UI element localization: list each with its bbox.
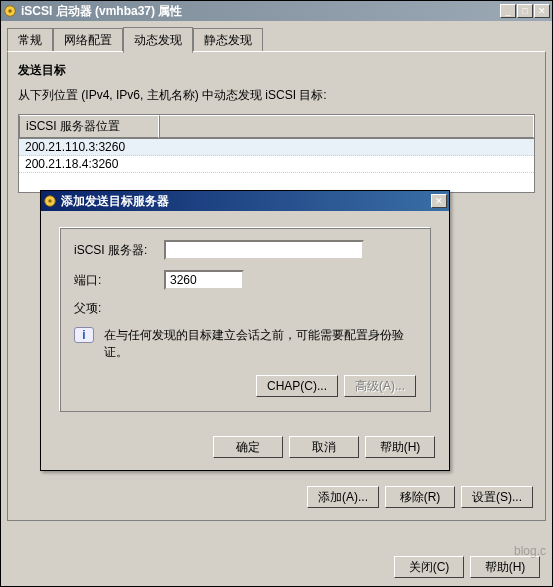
svg-point-1 [8, 9, 12, 13]
cancel-button[interactable]: 取消 [289, 436, 359, 458]
add-button[interactable]: 添加(A)... [307, 486, 379, 508]
main-titlebar: iSCSI 启动器 (vmhba37) 属性 _ □ ✕ [1, 1, 552, 21]
dialog-title: 添加发送目标服务器 [61, 193, 431, 210]
close-button[interactable]: ✕ [534, 4, 550, 18]
server-input[interactable] [164, 240, 364, 260]
col-server-location[interactable]: iSCSI 服务器位置 [19, 115, 159, 138]
maximize-button[interactable]: □ [517, 4, 533, 18]
tabbar: 常规 网络配置 动态发现 静态发现 [7, 28, 546, 52]
close-window-button[interactable]: 关闭(C) [394, 556, 464, 578]
server-list-header: iSCSI 服务器位置 [18, 114, 535, 139]
minimize-button[interactable]: _ [500, 4, 516, 18]
parent-label: 父项: [74, 300, 164, 317]
tab-dynamic-discovery[interactable]: 动态发现 [123, 27, 193, 53]
col-spacer [159, 115, 534, 138]
tab-general[interactable]: 常规 [7, 28, 53, 52]
ok-button[interactable]: 确定 [213, 436, 283, 458]
tab-network[interactable]: 网络配置 [53, 28, 123, 52]
help-button[interactable]: 帮助(H) [470, 556, 540, 578]
app-icon [43, 194, 57, 208]
section-heading: 发送目标 [18, 62, 535, 79]
settings-button[interactable]: 设置(S)... [461, 486, 533, 508]
port-label: 端口: [74, 272, 164, 289]
advanced-button[interactable]: 高级(A)... [344, 375, 416, 397]
list-item[interactable]: 200.21.18.4:3260 [19, 156, 534, 173]
add-target-dialog: 添加发送目标服务器 ✕ iSCSI 服务器: 端口: 父项: i 在与任何发现的… [40, 190, 450, 471]
chap-button[interactable]: CHAP(C)... [256, 375, 338, 397]
dialog-help-button[interactable]: 帮助(H) [365, 436, 435, 458]
info-icon: i [74, 327, 94, 343]
port-input[interactable] [164, 270, 244, 290]
remove-button[interactable]: 移除(R) [385, 486, 455, 508]
svg-point-3 [48, 199, 52, 203]
dialog-close-icon[interactable]: ✕ [431, 194, 447, 208]
section-hint: 从下列位置 (IPv4, IPv6, 主机名称) 中动态发现 iSCSI 目标: [18, 87, 535, 104]
form-group: iSCSI 服务器: 端口: 父项: i 在与任何发现的目标建立会话之前，可能需… [59, 227, 431, 412]
info-text: 在与任何发现的目标建立会话之前，可能需要配置身份验证。 [104, 327, 416, 361]
server-list[interactable]: 200.21.110.3:3260 200.21.18.4:3260 [18, 139, 535, 193]
dialog-titlebar: 添加发送目标服务器 ✕ [41, 191, 449, 211]
list-item[interactable]: 200.21.110.3:3260 [19, 139, 534, 156]
tab-static-discovery[interactable]: 静态发现 [193, 28, 263, 52]
app-icon [3, 4, 17, 18]
server-label: iSCSI 服务器: [74, 242, 164, 259]
main-title: iSCSI 启动器 (vmhba37) 属性 [21, 3, 500, 20]
